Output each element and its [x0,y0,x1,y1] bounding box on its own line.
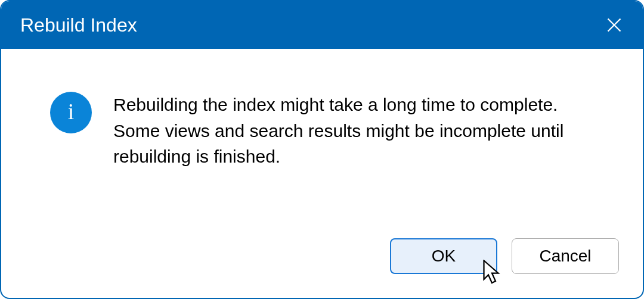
info-icon-glyph: i [68,100,75,123]
rebuild-index-dialog: Rebuild Index i Rebuilding the index mig… [0,0,644,299]
button-row: OK Cancel [1,238,643,298]
ok-button[interactable]: OK [390,238,497,274]
dialog-message: Rebuilding the index might take a long t… [113,92,607,170]
titlebar: Rebuild Index [1,1,643,49]
close-icon[interactable] [602,13,626,37]
info-icon: i [50,92,92,133]
cancel-button[interactable]: Cancel [512,238,619,274]
dialog-body: i Rebuilding the index might take a long… [1,49,643,238]
dialog-title: Rebuild Index [20,14,137,36]
